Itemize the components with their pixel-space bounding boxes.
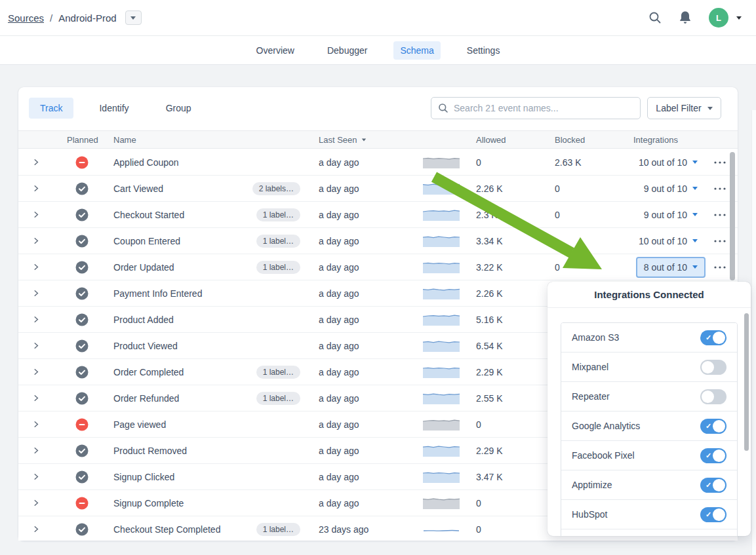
- integrations-dropdown[interactable]: 10 out of 10: [631, 152, 706, 173]
- row-expand-chevron-icon[interactable]: [33, 185, 39, 192]
- row-menu-button[interactable]: [714, 266, 726, 269]
- blocked-count: 0: [543, 210, 622, 220]
- page-scrollbar[interactable]: [751, 110, 756, 555]
- integration-toggle[interactable]: ✓: [700, 389, 726, 404]
- labels-badge[interactable]: 2 labels…: [252, 182, 300, 195]
- last-seen-value: a day ago: [300, 393, 404, 404]
- row-expand-chevron-icon[interactable]: [33, 159, 39, 166]
- type-tab-group[interactable]: Group: [155, 98, 203, 119]
- last-seen-value: a day ago: [300, 315, 404, 325]
- allowed-count: 2.26 K: [464, 288, 543, 299]
- nav-tab-debugger[interactable]: Debugger: [321, 41, 374, 60]
- row-expand-chevron-icon[interactable]: [33, 394, 39, 402]
- row-expand-chevron-icon[interactable]: [33, 316, 39, 323]
- integrations-dropdown[interactable]: 9 out of 10: [636, 178, 706, 199]
- row-expand-chevron-icon[interactable]: [33, 499, 39, 507]
- labels-badge[interactable]: 1 label…: [256, 261, 300, 274]
- planned-status-icon: [75, 497, 89, 510]
- allowed-count: 3.47 K: [464, 472, 543, 482]
- avatar[interactable]: L: [709, 8, 728, 28]
- integration-list-item: Google Analytics ✓: [561, 411, 737, 441]
- last-seen-value: a day ago: [300, 446, 404, 456]
- notifications-bell-icon[interactable]: [679, 10, 692, 25]
- table-row: Applied Coupon a day ago 0 2.63 K 10 out…: [18, 149, 738, 176]
- row-menu-button[interactable]: [714, 187, 726, 190]
- event-search-input[interactable]: [431, 97, 641, 119]
- row-expand-chevron-icon[interactable]: [33, 368, 39, 375]
- source-switcher-caret-icon: [130, 16, 136, 20]
- search-icon[interactable]: [648, 11, 662, 24]
- breadcrumb-current: Android-Prod: [58, 12, 116, 24]
- integrations-count: 9 out of 10: [644, 183, 687, 194]
- topbar-actions: L: [648, 8, 742, 28]
- row-expand-chevron-icon[interactable]: [33, 473, 39, 480]
- nav-tab-overview[interactable]: Overview: [250, 41, 301, 60]
- event-sparkline: [423, 366, 460, 379]
- row-expand-chevron-icon[interactable]: [33, 237, 39, 244]
- col-last-seen[interactable]: Last Seen: [300, 135, 404, 145]
- labels-badge[interactable]: 1 label…: [256, 392, 300, 405]
- last-seen-value: a day ago: [300, 210, 404, 220]
- sort-caret-icon: [361, 138, 365, 141]
- planned-status-icon: [75, 418, 89, 431]
- row-expand-chevron-icon[interactable]: [33, 447, 39, 454]
- integrations-count: 8 out of 10: [644, 262, 687, 273]
- row-menu-button[interactable]: [714, 240, 726, 242]
- integration-name: Facebook Pixel: [572, 450, 635, 461]
- blocked-count: 0: [543, 183, 622, 194]
- labels-badge[interactable]: 1 label…: [256, 366, 300, 379]
- row-expand-chevron-icon[interactable]: [33, 263, 39, 271]
- type-tab-track[interactable]: Track: [29, 98, 73, 119]
- integration-toggle[interactable]: ✓: [700, 419, 726, 434]
- row-expand-chevron-icon[interactable]: [33, 342, 39, 349]
- integration-toggle[interactable]: ✓: [700, 507, 726, 522]
- schema-type-tabs: TrackIdentifyGroup: [29, 98, 203, 119]
- integration-list-item: Repeater ✓: [561, 382, 737, 411]
- event-name: Signup Clicked: [113, 472, 174, 482]
- last-seen-value: a day ago: [300, 183, 404, 194]
- table-scrollbar[interactable]: [730, 152, 735, 280]
- last-seen-value: a day ago: [300, 419, 404, 430]
- nav-tab-settings[interactable]: Settings: [460, 41, 507, 60]
- row-expand-chevron-icon[interactable]: [33, 421, 39, 428]
- toggle-knob: [713, 420, 725, 432]
- integration-toggle[interactable]: ✓: [700, 330, 726, 345]
- integrations-caret-icon: [692, 239, 698, 242]
- type-tab-identify[interactable]: Identify: [88, 98, 140, 119]
- integration-name: Amazon S3: [572, 332, 619, 343]
- row-menu-button[interactable]: [714, 161, 726, 164]
- event-sparkline: [423, 418, 460, 431]
- event-name: Order Updated: [113, 262, 174, 273]
- integration-toggle[interactable]: ✓: [700, 478, 726, 493]
- integration-toggle[interactable]: ✓: [700, 360, 726, 375]
- labels-badge[interactable]: 1 label…: [256, 523, 300, 536]
- allowed-count: 0: [464, 498, 543, 508]
- search-input-icon: [438, 103, 448, 113]
- source-switcher-button[interactable]: [125, 10, 142, 25]
- col-allowed: Allowed: [464, 135, 543, 145]
- row-expand-chevron-icon[interactable]: [33, 290, 39, 297]
- breadcrumb-sources-link[interactable]: Sources: [8, 12, 44, 24]
- row-menu-button[interactable]: [714, 214, 726, 216]
- integration-list-item: Facebook Pixel ✓: [561, 441, 737, 470]
- integration-list-item: Mixpanel ✓: [561, 353, 737, 382]
- nav-tab-schema[interactable]: Schema: [393, 41, 440, 60]
- integrations-dropdown[interactable]: 8 out of 10: [636, 257, 706, 278]
- labels-badge[interactable]: 1 label…: [256, 235, 300, 248]
- row-expand-chevron-icon[interactable]: [33, 211, 39, 218]
- label-filter-button[interactable]: Label Filter: [647, 97, 721, 119]
- planned-status-icon: [75, 523, 89, 536]
- popover-scrollbar[interactable]: [744, 313, 749, 451]
- integrations-dropdown[interactable]: 10 out of 10: [631, 231, 706, 252]
- planned-status-icon: [75, 287, 89, 300]
- breadcrumb: Sources / Android-Prod: [8, 10, 142, 25]
- last-seen-value: a day ago: [300, 157, 404, 168]
- row-expand-chevron-icon[interactable]: [33, 526, 39, 533]
- labels-badge[interactable]: 1 label…: [256, 208, 300, 221]
- integrations-dropdown[interactable]: 9 out of 10: [636, 204, 706, 225]
- planned-status-icon: [75, 392, 89, 405]
- integration-name: Repeater: [572, 391, 610, 402]
- integration-toggle[interactable]: ✓: [700, 448, 726, 463]
- account-menu-caret-icon[interactable]: [736, 16, 742, 20]
- col-name: Name: [104, 135, 300, 145]
